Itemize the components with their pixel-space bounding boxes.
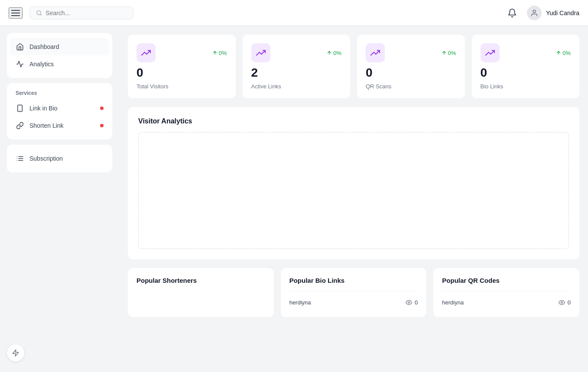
sidebar-item-analytics[interactable]: Analytics <box>10 55 109 73</box>
stat-value: 0 <box>366 66 456 80</box>
sidebar-item-dashboard-label: Dashboard <box>29 43 59 50</box>
search-input[interactable] <box>45 10 127 16</box>
sidebar-nav-card: Dashboard Analytics <box>7 33 112 78</box>
menu-button[interactable] <box>9 7 23 19</box>
table-row: herdiyna 0 <box>442 297 571 308</box>
lightning-icon <box>12 349 19 357</box>
stat-value: 0 <box>481 66 571 80</box>
list-icon <box>16 154 24 163</box>
bottom-card-popular-bio-links: Popular Bio Links herdiyna 0 <box>281 268 427 317</box>
bottom-card-title: Popular Shorteners <box>136 277 265 284</box>
bottom-card-popular-qr-codes: Popular QR Codes herdiyna 0 <box>433 268 579 317</box>
svg-point-16 <box>408 302 410 304</box>
trending-up-icon <box>141 48 151 58</box>
sidebar-services-card: Services Link in Bio Shorten Link <box>7 83 112 139</box>
eye-icon <box>406 299 412 306</box>
stat-percent: 0% <box>442 50 456 56</box>
bell-icon <box>507 8 517 18</box>
stat-card-bio-links: 0% 0 Bio Links <box>472 35 580 98</box>
stat-card-active-links: 0% 2 Active Links <box>243 35 351 98</box>
sidebar-item-subscription-label: Subscription <box>29 155 63 162</box>
divider <box>442 291 571 291</box>
bottom-card-popular-shorteners: Popular Shorteners <box>128 268 274 317</box>
svg-line-1 <box>40 14 42 15</box>
stat-label: Bio Links <box>481 83 571 90</box>
trending-up-icon <box>256 48 266 58</box>
svg-point-17 <box>561 302 562 304</box>
user-profile[interactable]: Yudi Candra <box>527 6 579 20</box>
svg-point-2 <box>533 10 536 13</box>
arrow-up-icon <box>212 50 218 55</box>
layout: Dashboard Analytics Services <box>0 26 588 372</box>
stat-percent: 0% <box>556 50 571 56</box>
sidebar-item-dashboard[interactable]: Dashboard <box>10 38 109 55</box>
home-icon <box>16 42 24 51</box>
stat-value: 2 <box>251 66 342 80</box>
bottom-card-title: Popular Bio Links <box>289 277 418 284</box>
trending-up-icon <box>485 48 495 58</box>
stat-card-total-visitors: 0% 0 Total Visitors <box>128 35 236 98</box>
sidebar-item-analytics-label: Analytics <box>29 61 54 68</box>
table-row: herdiyna 0 <box>289 297 418 308</box>
avatar <box>527 6 542 20</box>
stats-grid: 0% 0 Total Visitors <box>128 35 579 98</box>
row-name: herdiyna <box>442 299 464 306</box>
sidebar-item-shorten-link-label: Shorten Link <box>29 122 64 129</box>
svg-marker-11 <box>13 350 19 356</box>
sidebar-item-subscription[interactable]: Subscription <box>10 150 109 167</box>
main-content: 0% 0 Total Visitors <box>119 26 588 372</box>
stat-icon-wrap <box>251 43 270 62</box>
bottom-card-title: Popular QR Codes <box>442 277 571 284</box>
row-count: 0 <box>559 299 571 306</box>
stat-icon-wrap <box>366 43 385 62</box>
stat-label: Active Links <box>251 83 342 90</box>
link-in-bio-badge <box>100 107 104 110</box>
stat-percent: 0% <box>212 50 227 56</box>
stat-icon-wrap <box>481 43 500 62</box>
notification-bell[interactable] <box>504 5 520 21</box>
activity-icon <box>16 60 24 68</box>
services-title: Services <box>10 88 109 100</box>
username-label: Yudi Candra <box>546 10 579 16</box>
arrow-up-icon <box>327 50 332 55</box>
sidebar-item-link-in-bio-label: Link in Bio <box>29 105 58 112</box>
row-count: 0 <box>406 299 418 306</box>
visitor-analytics-title: Visitor Analytics <box>138 117 569 125</box>
stat-card-qr-scans: 0% 0 QR Scans <box>357 35 465 98</box>
stat-icon-wrap <box>136 43 156 62</box>
arrow-up-icon <box>442 50 447 55</box>
header: Yudi Candra <box>0 0 588 26</box>
search-icon <box>36 10 42 16</box>
arrow-up-icon <box>556 50 561 55</box>
stat-label: QR Scans <box>366 83 456 90</box>
sidebar-subscription-card: Subscription <box>7 145 112 172</box>
sidebar-item-shorten-link[interactable]: Shorten Link <box>10 117 109 134</box>
stat-value: 0 <box>136 66 227 80</box>
visitor-analytics-card: Visitor Analytics <box>128 107 579 259</box>
stat-percent: 0% <box>327 50 341 56</box>
sidebar-item-link-in-bio[interactable]: Link in Bio <box>10 100 109 117</box>
row-name: herdiyna <box>289 299 311 306</box>
bottom-panels-grid: Popular Shorteners Popular Bio Links her… <box>128 268 579 317</box>
stat-label: Total Visitors <box>136 83 227 90</box>
divider <box>289 291 418 291</box>
search-bar[interactable] <box>29 6 133 19</box>
lightning-button[interactable] <box>7 344 24 362</box>
visitor-analytics-chart <box>138 132 569 249</box>
link-icon <box>16 121 24 130</box>
smartphone-icon <box>16 104 24 113</box>
trending-up-icon <box>370 48 380 58</box>
eye-icon <box>559 299 565 306</box>
sidebar: Dashboard Analytics Services <box>0 26 119 372</box>
shorten-link-badge <box>100 124 104 127</box>
